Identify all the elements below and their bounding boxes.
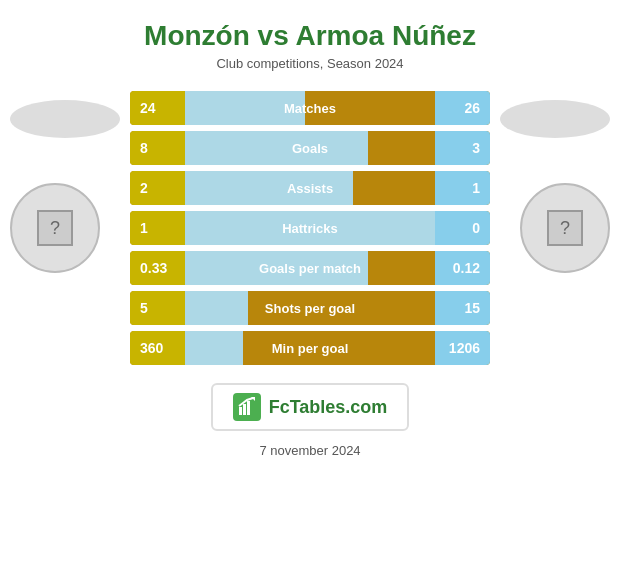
stat-row: 2Assists1 bbox=[130, 171, 490, 205]
left-avatar-icon: ? bbox=[50, 218, 60, 239]
left-player-avatar: ? bbox=[10, 183, 100, 273]
stat-bar-area: Hattricks bbox=[185, 211, 435, 245]
stat-label: Matches bbox=[185, 101, 435, 116]
stat-right-value: 1206 bbox=[435, 331, 490, 365]
stat-left-value: 5 bbox=[130, 291, 185, 325]
footer-date: 7 november 2024 bbox=[259, 443, 360, 458]
stat-row: 24Matches26 bbox=[130, 91, 490, 125]
right-player-avatar: ? bbox=[520, 183, 610, 273]
right-avatar-placeholder: ? bbox=[547, 210, 583, 246]
left-avatar-placeholder: ? bbox=[37, 210, 73, 246]
stat-left-value: 2 bbox=[130, 171, 185, 205]
page-subtitle: Club competitions, Season 2024 bbox=[216, 56, 403, 71]
svg-rect-0 bbox=[239, 407, 242, 415]
stat-label: Goals per match bbox=[185, 261, 435, 276]
stat-right-value: 1 bbox=[435, 171, 490, 205]
stat-row: 8Goals3 bbox=[130, 131, 490, 165]
stat-row: 5Shots per goal15 bbox=[130, 291, 490, 325]
stat-row: 1Hattricks0 bbox=[130, 211, 490, 245]
logo-area: FcTables.com bbox=[211, 383, 410, 431]
stat-row: 360Min per goal1206 bbox=[130, 331, 490, 365]
stat-label: Assists bbox=[185, 181, 435, 196]
stat-bar-area: Goals per match bbox=[185, 251, 435, 285]
stat-bar-area: Min per goal bbox=[185, 331, 435, 365]
stat-bar-area: Shots per goal bbox=[185, 291, 435, 325]
stat-label: Min per goal bbox=[185, 341, 435, 356]
logo-svg bbox=[237, 397, 257, 417]
right-avatar-icon: ? bbox=[560, 218, 570, 239]
stat-right-value: 26 bbox=[435, 91, 490, 125]
stat-left-value: 1 bbox=[130, 211, 185, 245]
stat-right-value: 15 bbox=[435, 291, 490, 325]
page-title: Monzón vs Armoa Núñez bbox=[144, 20, 476, 52]
stat-right-value: 0.12 bbox=[435, 251, 490, 285]
stats-rows: 24Matches268Goals32Assists11Hattricks00.… bbox=[130, 91, 490, 365]
stat-label: Hattricks bbox=[185, 221, 435, 236]
stat-bar-area: Goals bbox=[185, 131, 435, 165]
svg-rect-2 bbox=[247, 401, 250, 415]
stat-bar-area: Assists bbox=[185, 171, 435, 205]
stat-left-value: 24 bbox=[130, 91, 185, 125]
logo-text: FcTables.com bbox=[269, 397, 388, 418]
stat-row: 0.33Goals per match0.12 bbox=[130, 251, 490, 285]
stat-left-value: 360 bbox=[130, 331, 185, 365]
stat-left-value: 8 bbox=[130, 131, 185, 165]
svg-rect-1 bbox=[243, 404, 246, 415]
stat-left-value: 0.33 bbox=[130, 251, 185, 285]
main-container: Monzón vs Armoa Núñez Club competitions,… bbox=[0, 0, 620, 580]
stat-right-value: 3 bbox=[435, 131, 490, 165]
stat-right-value: 0 bbox=[435, 211, 490, 245]
stat-bar-area: Matches bbox=[185, 91, 435, 125]
logo-icon bbox=[233, 393, 261, 421]
stat-label: Shots per goal bbox=[185, 301, 435, 316]
stat-label: Goals bbox=[185, 141, 435, 156]
stats-section: ? 24Matches268Goals32Assists11Hattricks0… bbox=[0, 91, 620, 365]
